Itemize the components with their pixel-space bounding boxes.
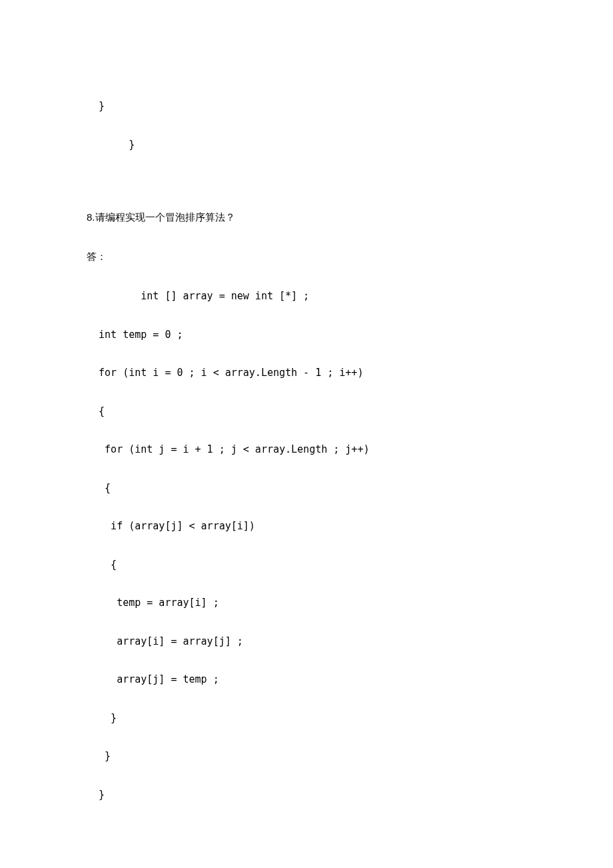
code-line-4: { [87, 405, 526, 419]
document-page: } } 8.请编程实现一个冒泡排序算法？ 答： int [] array = n… [0, 0, 613, 868]
question-8-title: 8.请编程实现一个冒泡排序算法？ [87, 211, 526, 224]
code-closing-brace-1: } [87, 100, 526, 113]
code-line-10: array[i] = array[j] ; [87, 635, 526, 649]
code-line-13: } [87, 750, 526, 763]
code-line-7: if (array[j] < array[i]) [87, 520, 526, 533]
code-closing-brace-2: } [87, 139, 526, 152]
code-line-3: for (int i = 0 ; i < array.Length - 1 ; … [87, 367, 526, 380]
code-line-2: int temp = 0 ; [87, 329, 526, 342]
code-line-12: } [87, 712, 526, 725]
answer-label: 答： [87, 251, 526, 263]
code-line-1: int [] array = new int [*] ; [87, 290, 526, 303]
code-line-8: { [87, 559, 526, 572]
code-line-11: array[j] = temp ; [87, 673, 526, 687]
code-line-6: { [87, 482, 526, 495]
code-line-14: } [87, 789, 526, 802]
code-line-9: temp = array[i] ; [87, 597, 526, 610]
code-line-5: for (int j = i + 1 ; j < array.Length ; … [87, 443, 526, 457]
